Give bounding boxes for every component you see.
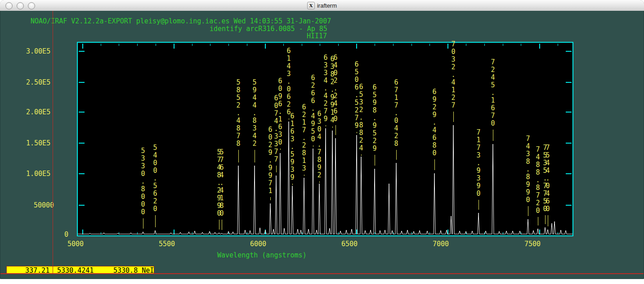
x-tick-label: 5500 xyxy=(159,240,175,248)
line-wavelength-label: 7 5 4 4 . 0 4 6 0 xyxy=(546,144,550,213)
line-marker-tick xyxy=(361,154,362,156)
line-marker-tick xyxy=(548,215,548,226)
line-marker-tick xyxy=(289,118,289,120)
line-wavelength-label: 6 1 4 3 . 0 6 2 6 xyxy=(286,47,291,116)
x-tick-label: 5000 xyxy=(67,240,84,248)
line-marker-tick xyxy=(255,150,255,162)
iraf-banner: NOAO/IRAF V2.12.2a-EXPORT pleisy@plomo.i… xyxy=(31,17,331,25)
line-marker-tick xyxy=(276,166,277,172)
line-wavelength-label: 6 3 0 4 . 7 8 9 2 xyxy=(317,110,322,179)
line-wavelength-label: 6 9 2 9 . 4 6 8 0 xyxy=(432,88,437,157)
line-wavelength-label: 7 1 7 3 . 9 3 9 0 xyxy=(476,129,481,198)
line-marker-tick xyxy=(434,159,435,170)
line-wavelength-label: 6 2 6 6 . 4 9 5 0 xyxy=(311,74,315,143)
line-marker-tick xyxy=(270,197,271,200)
x-tick-label: 7000 xyxy=(433,240,449,248)
object-title: HII17 xyxy=(307,32,327,40)
line-marker-tick xyxy=(396,150,397,160)
line-marker-tick xyxy=(238,150,239,162)
cursor-crosshair-horizontal[interactable] xyxy=(0,273,644,274)
line-wavelength-label: 6 2 1 7 . 2 8 1 3 xyxy=(302,104,306,172)
line-wavelength-label: 6 1 6 3 . 5 9 3 9 xyxy=(290,113,295,181)
line-marker-tick xyxy=(545,215,546,224)
y-tick-label: 2.00E5 xyxy=(26,108,50,116)
line-marker-tick xyxy=(528,206,528,216)
line-marker-tick xyxy=(155,215,156,227)
line-marker-tick xyxy=(143,218,143,229)
x-tick-label: 6000 xyxy=(250,240,266,248)
y-tick-label: 50000 xyxy=(34,201,54,209)
screenshot: X irafterm NOAO/IRAF V2.12.2a-EXPORT ple… xyxy=(0,0,644,284)
line-wavelength-label: 6 5 3 2 . 8 8 2 4 xyxy=(359,83,363,152)
line-wavelength-label: 5 3 3 0 . 8 0 0 0 xyxy=(141,147,145,216)
cursor-crosshair-vertical[interactable] xyxy=(53,11,53,274)
line-wavelength-label: 5 8 5 2 . 4 8 7 8 xyxy=(236,79,241,148)
line-wavelength-label: 6 5 9 8 . 9 5 2 9 xyxy=(372,84,377,153)
line-wavelength-label: 5 9 4 4 . 8 3 4 2 xyxy=(252,79,257,148)
line-marker-tick xyxy=(280,149,281,150)
line-wavelength-label: 6 5 0 6 . 5 2 7 9 xyxy=(354,61,359,130)
x11-icon: X xyxy=(307,2,315,9)
line-wavelength-label: 6 4 0 2 . 2 4 6 0 xyxy=(333,54,338,123)
line-marker-tick xyxy=(313,145,313,147)
line-wavelength-label: 6 0 2 9 . 9 9 7 1 xyxy=(268,126,273,195)
y-tick-label: 1.00E5 xyxy=(26,170,50,178)
line-marker-tick xyxy=(219,220,219,230)
line-marker-tick xyxy=(357,132,357,133)
x-tick-label: 6500 xyxy=(341,240,358,248)
line-marker-tick xyxy=(538,217,538,225)
line-wavelength-label: 5 7 6 4 . 4 1 8 0 xyxy=(219,149,224,217)
irafterm-window: X irafterm NOAO/IRAF V2.12.2a-EXPORT ple… xyxy=(0,0,644,279)
line-marker-tick xyxy=(479,200,479,210)
y-tick-label: 0 xyxy=(64,230,68,239)
line-wavelength-label: 6 0 9 6 . 1 6 3 0 xyxy=(278,77,282,146)
line-wavelength-label: 7 4 3 8 . 8 9 9 0 xyxy=(526,135,530,204)
line-marker-tick xyxy=(292,184,293,185)
x-axis-title: Wavelength (angstroms) xyxy=(217,251,307,259)
line-marker-tick xyxy=(332,126,333,128)
line-marker-tick xyxy=(222,220,222,230)
line-wavelength-label: 7 0 3 2 . 4 1 2 7 xyxy=(451,41,456,109)
line-marker-tick xyxy=(453,112,454,122)
line-wavelength-label: 6 3 3 4 . 4 2 7 9 xyxy=(323,54,328,123)
window-titlebar[interactable]: X irafterm xyxy=(0,0,644,11)
y-tick-label: 3.00E5 xyxy=(26,47,50,55)
line-marker-tick xyxy=(335,125,336,135)
line-wavelength-label: 6 7 1 7 . 0 4 2 8 xyxy=(394,79,398,148)
y-tick-label: 2.50E5 xyxy=(26,78,50,86)
window-title: irafterm xyxy=(317,2,337,9)
line-marker-tick xyxy=(493,130,493,141)
line-marker-tick xyxy=(304,175,304,176)
x-tick-label: 7500 xyxy=(524,240,541,248)
line-wavelength-label: 5 4 0 0 . 5 6 2 0 xyxy=(153,144,157,213)
y-tick-label: 1.50E5 xyxy=(26,139,50,147)
line-wavelength-label: 7 2 4 5 . 1 6 7 0 xyxy=(491,59,495,127)
line-wavelength-label: 7 4 8 8 . 8 7 2 0 xyxy=(536,146,540,215)
line-marker-tick xyxy=(326,125,326,126)
window-title-area: X irafterm xyxy=(0,0,644,11)
line-marker-tick xyxy=(319,181,320,183)
line-marker-tick xyxy=(375,155,375,166)
